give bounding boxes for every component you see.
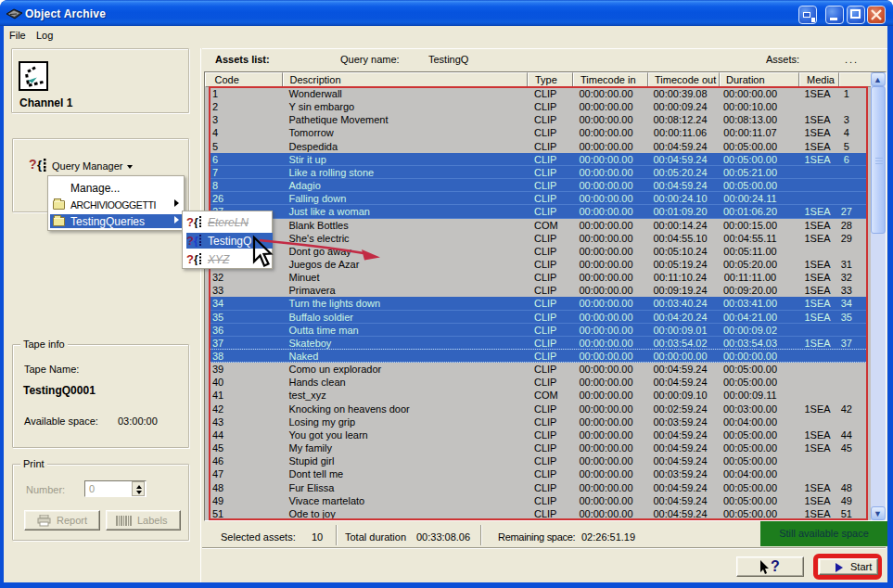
svg-text:?: ? (29, 158, 37, 172)
svg-text:{: { (194, 235, 198, 247)
svg-text:{: { (194, 216, 198, 228)
svg-text:?: ? (186, 234, 194, 247)
svg-text:?: ? (186, 252, 194, 265)
svg-text:?: ? (186, 215, 194, 228)
svg-text:{: { (37, 158, 42, 172)
svg-text:{: { (194, 253, 198, 265)
